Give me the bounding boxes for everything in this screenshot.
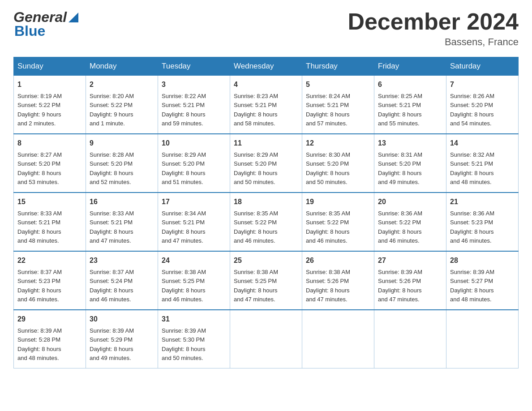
- table-row: 28 Sunrise: 8:39 AMSunset: 5:27 PMDaylig…: [446, 251, 519, 310]
- col-sunday: Sunday: [14, 57, 86, 76]
- day-info: Sunrise: 8:25 AMSunset: 5:21 PMDaylight:…: [378, 93, 422, 127]
- day-info: Sunrise: 8:20 AMSunset: 5:22 PMDaylight:…: [90, 93, 134, 127]
- table-row: 27 Sunrise: 8:39 AMSunset: 5:26 PMDaylig…: [374, 251, 446, 310]
- day-number: 22: [17, 255, 82, 266]
- col-friday: Friday: [374, 57, 446, 76]
- day-info: Sunrise: 8:26 AMSunset: 5:20 PMDaylight:…: [450, 93, 494, 127]
- col-tuesday: Tuesday: [158, 57, 230, 76]
- table-row: 16 Sunrise: 8:33 AMSunset: 5:21 PMDaylig…: [86, 193, 158, 251]
- day-info: Sunrise: 8:27 AMSunset: 5:20 PMDaylight:…: [17, 151, 62, 185]
- table-row: 25 Sunrise: 8:38 AMSunset: 5:25 PMDaylig…: [230, 251, 302, 310]
- table-row: 22 Sunrise: 8:37 AMSunset: 5:23 PMDaylig…: [14, 251, 86, 310]
- day-number: 27: [378, 255, 442, 266]
- day-info: Sunrise: 8:37 AMSunset: 5:23 PMDaylight:…: [17, 269, 62, 303]
- calendar-week-3: 15 Sunrise: 8:33 AMSunset: 5:21 PMDaylig…: [14, 193, 519, 251]
- table-row: 18 Sunrise: 8:35 AMSunset: 5:22 PMDaylig…: [230, 193, 302, 251]
- day-info: Sunrise: 8:33 AMSunset: 5:21 PMDaylight:…: [90, 210, 134, 244]
- day-number: 19: [306, 197, 370, 207]
- day-info: Sunrise: 8:23 AMSunset: 5:21 PMDaylight:…: [234, 93, 278, 127]
- day-number: 15: [17, 197, 82, 207]
- table-row: 1 Sunrise: 8:19 AMSunset: 5:22 PMDayligh…: [14, 76, 86, 134]
- day-number: 16: [90, 197, 154, 207]
- day-number: 3: [162, 79, 226, 90]
- table-row: 7 Sunrise: 8:26 AMSunset: 5:20 PMDayligh…: [446, 76, 519, 134]
- svg-marker-0: [69, 13, 78, 22]
- day-number: 21: [450, 197, 515, 207]
- table-row: 17 Sunrise: 8:34 AMSunset: 5:21 PMDaylig…: [158, 193, 230, 251]
- day-number: 10: [162, 138, 226, 149]
- day-number: 5: [306, 79, 370, 90]
- table-row: 13 Sunrise: 8:31 AMSunset: 5:20 PMDaylig…: [374, 134, 446, 193]
- col-monday: Monday: [86, 57, 158, 76]
- col-thursday: Thursday: [302, 57, 374, 76]
- day-info: Sunrise: 8:35 AMSunset: 5:22 PMDaylight:…: [234, 210, 278, 244]
- header-right: December 2024 Bassens, France: [348, 9, 519, 48]
- day-info: Sunrise: 8:31 AMSunset: 5:20 PMDaylight:…: [378, 151, 422, 185]
- page-header: General Blue December 2024 Bassens, Fran…: [13, 9, 519, 48]
- col-saturday: Saturday: [446, 57, 519, 76]
- table-row: 15 Sunrise: 8:33 AMSunset: 5:21 PMDaylig…: [14, 193, 86, 251]
- logo-blue: Blue: [13, 23, 45, 39]
- calendar-week-4: 22 Sunrise: 8:37 AMSunset: 5:23 PMDaylig…: [14, 251, 519, 310]
- day-info: Sunrise: 8:28 AMSunset: 5:20 PMDaylight:…: [90, 151, 134, 185]
- day-info: Sunrise: 8:38 AMSunset: 5:25 PMDaylight:…: [162, 269, 206, 303]
- table-row: [230, 310, 302, 368]
- day-number: 7: [450, 79, 515, 90]
- table-row: 4 Sunrise: 8:23 AMSunset: 5:21 PMDayligh…: [230, 76, 302, 134]
- day-number: 26: [306, 255, 370, 266]
- day-info: Sunrise: 8:36 AMSunset: 5:23 PMDaylight:…: [450, 210, 494, 244]
- table-row: 26 Sunrise: 8:38 AMSunset: 5:26 PMDaylig…: [302, 251, 374, 310]
- day-number: 17: [162, 197, 226, 207]
- month-title: December 2024: [348, 9, 519, 34]
- col-wednesday: Wednesday: [230, 57, 302, 76]
- day-number: 1: [17, 79, 82, 90]
- table-row: 3 Sunrise: 8:22 AMSunset: 5:21 PMDayligh…: [158, 76, 230, 134]
- table-row: [446, 310, 519, 368]
- day-number: 6: [378, 79, 442, 90]
- day-info: Sunrise: 8:30 AMSunset: 5:20 PMDaylight:…: [306, 151, 350, 185]
- day-info: Sunrise: 8:39 AMSunset: 5:27 PMDaylight:…: [450, 269, 494, 303]
- day-info: Sunrise: 8:39 AMSunset: 5:30 PMDaylight:…: [162, 327, 206, 361]
- table-row: 6 Sunrise: 8:25 AMSunset: 5:21 PMDayligh…: [374, 76, 446, 134]
- day-number: 11: [234, 138, 298, 149]
- day-number: 29: [17, 314, 82, 325]
- table-row: 12 Sunrise: 8:30 AMSunset: 5:20 PMDaylig…: [302, 134, 374, 193]
- table-row: 23 Sunrise: 8:37 AMSunset: 5:24 PMDaylig…: [86, 251, 158, 310]
- day-info: Sunrise: 8:37 AMSunset: 5:24 PMDaylight:…: [90, 269, 134, 303]
- day-info: Sunrise: 8:39 AMSunset: 5:26 PMDaylight:…: [378, 269, 422, 303]
- day-number: 20: [378, 197, 442, 207]
- day-number: 28: [450, 255, 515, 266]
- table-row: [302, 310, 374, 368]
- location: Bassens, France: [348, 36, 519, 48]
- day-info: Sunrise: 8:19 AMSunset: 5:22 PMDaylight:…: [17, 93, 62, 127]
- day-info: Sunrise: 8:22 AMSunset: 5:21 PMDaylight:…: [162, 93, 206, 127]
- table-row: [374, 310, 446, 368]
- day-info: Sunrise: 8:32 AMSunset: 5:21 PMDaylight:…: [450, 151, 494, 185]
- table-row: 2 Sunrise: 8:20 AMSunset: 5:22 PMDayligh…: [86, 76, 158, 134]
- day-number: 18: [234, 197, 298, 207]
- day-number: 25: [234, 255, 298, 266]
- table-row: 21 Sunrise: 8:36 AMSunset: 5:23 PMDaylig…: [446, 193, 519, 251]
- day-info: Sunrise: 8:24 AMSunset: 5:21 PMDaylight:…: [306, 93, 350, 127]
- table-row: 8 Sunrise: 8:27 AMSunset: 5:20 PMDayligh…: [14, 134, 86, 193]
- day-info: Sunrise: 8:38 AMSunset: 5:25 PMDaylight:…: [234, 269, 278, 303]
- day-number: 30: [90, 314, 154, 325]
- calendar-header-row: Sunday Monday Tuesday Wednesday Thursday…: [14, 57, 519, 76]
- calendar-week-2: 8 Sunrise: 8:27 AMSunset: 5:20 PMDayligh…: [14, 134, 519, 193]
- day-number: 23: [90, 255, 154, 266]
- day-number: 24: [162, 255, 226, 266]
- day-info: Sunrise: 8:33 AMSunset: 5:21 PMDaylight:…: [17, 210, 62, 244]
- table-row: 29 Sunrise: 8:39 AMSunset: 5:28 PMDaylig…: [14, 310, 86, 368]
- table-row: 19 Sunrise: 8:35 AMSunset: 5:22 PMDaylig…: [302, 193, 374, 251]
- table-row: 31 Sunrise: 8:39 AMSunset: 5:30 PMDaylig…: [158, 310, 230, 368]
- day-info: Sunrise: 8:29 AMSunset: 5:20 PMDaylight:…: [234, 151, 278, 185]
- day-number: 12: [306, 138, 370, 149]
- day-number: 13: [378, 138, 442, 149]
- day-number: 4: [234, 79, 298, 90]
- day-number: 31: [162, 314, 226, 325]
- table-row: 24 Sunrise: 8:38 AMSunset: 5:25 PMDaylig…: [158, 251, 230, 310]
- table-row: 30 Sunrise: 8:39 AMSunset: 5:29 PMDaylig…: [86, 310, 158, 368]
- table-row: 11 Sunrise: 8:29 AMSunset: 5:20 PMDaylig…: [230, 134, 302, 193]
- day-info: Sunrise: 8:39 AMSunset: 5:29 PMDaylight:…: [90, 327, 134, 361]
- day-info: Sunrise: 8:34 AMSunset: 5:21 PMDaylight:…: [162, 210, 206, 244]
